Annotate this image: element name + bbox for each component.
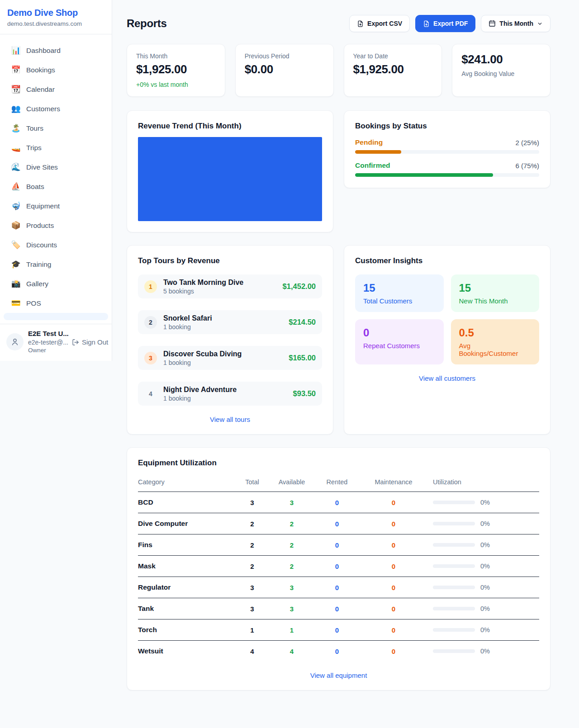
equipment-row: Mask 2 2 0 0 0% xyxy=(138,556,539,577)
equipment-row: Tank 3 3 0 0 0% xyxy=(138,598,539,619)
view-all-equipment-link[interactable]: View all equipment xyxy=(138,671,539,679)
utilization-bar xyxy=(433,586,475,589)
period-label: This Month xyxy=(499,20,533,27)
equipment-rented: 0 xyxy=(314,619,360,641)
nav-item-icon: 📅 xyxy=(11,66,21,74)
equipment-utilization-cell: 0% xyxy=(427,492,539,513)
sidebar-nav-item[interactable]: 🌊 Dive Sites xyxy=(4,157,108,177)
user-info: E2E Test U... e2e-tester@... Sign Out Ow… xyxy=(28,330,105,354)
user-footer: E2E Test U... e2e-tester@... Sign Out Ow… xyxy=(0,324,112,361)
tile-value: 0 xyxy=(363,326,436,339)
revenue-trend-card: Revenue Trend (This Month) xyxy=(127,110,333,232)
charts-row: Revenue Trend (This Month) Bookings by S… xyxy=(127,110,551,232)
equipment-maintenance: 0 xyxy=(360,641,427,662)
equipment-total: 2 xyxy=(235,556,269,577)
utilization-bar xyxy=(433,501,475,504)
nav-item-icon: 📸 xyxy=(11,280,21,288)
nav-item-icon: 🏝️ xyxy=(11,124,21,132)
equipment-total: 4 xyxy=(235,641,269,662)
top-tours-title: Top Tours by Revenue xyxy=(138,256,322,265)
tour-row: 2 Snorkel Safari 1 booking $214.50 xyxy=(138,310,322,334)
utilization-bar xyxy=(433,628,475,632)
utilization-value: 0% xyxy=(480,499,490,506)
tour-revenue: $165.00 xyxy=(289,354,316,362)
sidebar-nav-item[interactable]: 🤿 Equipment xyxy=(4,196,108,216)
utilization-bar xyxy=(433,543,475,547)
nav-item-icon: 📦 xyxy=(11,222,21,229)
insight-tiles: 15 Total Customers 15 New This Month 0 R… xyxy=(355,274,539,364)
sidebar-nav-item[interactable]: 🎓 Training xyxy=(4,255,108,274)
utilization-value: 0% xyxy=(480,584,490,591)
equipment-available: 2 xyxy=(269,513,314,534)
equipment-available: 1 xyxy=(269,619,314,641)
sidebar: Demo Dive Shop demo.test.divestreams.com… xyxy=(0,0,112,361)
equipment-available: 2 xyxy=(269,534,314,556)
sign-out-button[interactable]: Sign Out xyxy=(72,338,108,346)
equipment-category: Dive Computer xyxy=(138,513,235,534)
nav-item-label: Calendar xyxy=(26,85,55,94)
equipment-row: Wetsuit 4 4 0 0 0% xyxy=(138,641,539,662)
shop-name: Demo Dive Shop xyxy=(7,8,104,18)
tile-value: 0.5 xyxy=(459,326,532,339)
stat-card-avg-booking-value: $241.00 Avg Booking Value xyxy=(452,44,551,97)
sidebar-nav-item[interactable]: 📆 Calendar xyxy=(4,80,108,99)
equipment-utilization-cell: 0% xyxy=(427,556,539,577)
tour-name: Discover Scuba Diving xyxy=(163,350,282,358)
equipment-category: Fins xyxy=(138,534,235,556)
shop-domain: demo.test.divestreams.com xyxy=(7,20,104,27)
equipment-table: Category Total Available Rented Maintena… xyxy=(138,474,539,662)
calendar-icon xyxy=(489,20,496,27)
nav-item-icon: 📊 xyxy=(11,47,21,54)
tour-revenue: $214.50 xyxy=(289,318,316,326)
sidebar-nav-item[interactable]: 🏝️ Tours xyxy=(4,118,108,138)
tour-info: Two Tank Morning Dive 5 bookings xyxy=(163,279,276,295)
nav-item-label: Trips xyxy=(26,144,42,152)
utilization-bar xyxy=(433,607,475,610)
col-header-utilization: Utilization xyxy=(427,474,539,492)
equipment-rented: 0 xyxy=(314,492,360,513)
equipment-total: 3 xyxy=(235,492,269,513)
active-nav-pill[interactable] xyxy=(4,313,108,320)
status-label: Confirmed xyxy=(355,161,390,170)
tour-bookings-count: 1 booking xyxy=(163,359,282,366)
period-dropdown[interactable]: This Month xyxy=(481,15,551,32)
tour-row: 4 Night Dive Adventure 1 booking $93.50 xyxy=(138,382,322,406)
equipment-maintenance: 0 xyxy=(360,513,427,534)
view-all-tours-link[interactable]: View all tours xyxy=(138,416,322,423)
view-all-customers-link[interactable]: View all customers xyxy=(355,374,539,382)
stat-value: $0.00 xyxy=(245,62,324,76)
sidebar-nav-item[interactable]: 🚤 Trips xyxy=(4,138,108,157)
tour-info: Discover Scuba Diving 1 booking xyxy=(163,350,282,366)
export-csv-button[interactable]: Export CSV xyxy=(349,15,410,32)
stat-value: $1,925.00 xyxy=(136,62,216,76)
equipment-available: 3 xyxy=(269,577,314,598)
sidebar-nav-item[interactable]: ⛵ Boats xyxy=(4,177,108,196)
shop-brand: Demo Dive Shop demo.test.divestreams.com xyxy=(0,0,112,34)
tile-label: Total Customers xyxy=(363,297,436,305)
equipment-available: 3 xyxy=(269,598,314,619)
equipment-total: 3 xyxy=(235,577,269,598)
nav-item-label: Discounts xyxy=(26,241,57,249)
sidebar-nav-item[interactable]: 💳 POS xyxy=(4,293,108,313)
sidebar-nav-item[interactable]: 👥 Customers xyxy=(4,99,108,118)
utilization-value: 0% xyxy=(480,563,490,570)
user-role: Owner xyxy=(28,347,105,354)
equipment-category: Regulator xyxy=(138,577,235,598)
utilization-bar xyxy=(433,564,475,568)
sidebar-nav-item[interactable]: 🏷️ Discounts xyxy=(4,235,108,255)
sidebar-nav-item[interactable]: 📅 Bookings xyxy=(4,60,108,80)
tour-bookings-count: 5 bookings xyxy=(163,288,276,295)
utilization-bar xyxy=(433,649,475,653)
tour-rank-badge: 3 xyxy=(144,352,157,364)
nav-item-label: Gallery xyxy=(26,280,48,288)
tour-rank-badge: 2 xyxy=(144,316,157,329)
sidebar-nav-item[interactable]: 📦 Products xyxy=(4,216,108,235)
sidebar-nav-item[interactable]: 📊 Dashboard xyxy=(4,41,108,60)
tile-label: New This Month xyxy=(459,297,532,305)
tour-revenue: $93.50 xyxy=(293,389,316,398)
sidebar-nav-item[interactable]: 📸 Gallery xyxy=(4,274,108,293)
col-header-total: Total xyxy=(235,474,269,492)
export-pdf-button[interactable]: Export PDF xyxy=(415,15,475,32)
tour-name: Two Tank Morning Dive xyxy=(163,279,276,287)
equipment-utilization-cell: 0% xyxy=(427,577,539,598)
